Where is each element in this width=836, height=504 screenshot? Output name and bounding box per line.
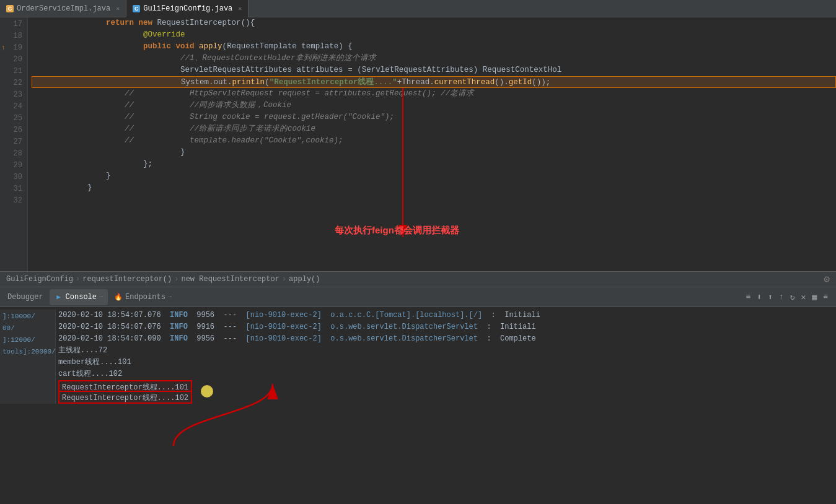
code-line-32 <box>32 194 836 206</box>
line-numbers: 17 18 19 20 21 22 23 24 25 26 27 28 29 3… <box>0 17 28 271</box>
bottom-panel: Debugger ▶ Console → 🔥 Endpoints → ≡ ⬇ ⬆… <box>0 287 836 406</box>
line-22: 22 <box>0 77 22 89</box>
timestamp-2: 2020-02-10 18:54:07.076 <box>58 323 161 331</box>
code-line-31: } <box>32 182 836 194</box>
level-2: INFO <box>170 323 188 331</box>
console-highlighted-1: RequestInterceptor线程....101 <box>58 380 192 392</box>
sidebar-entry-4: tools]:20000/ <box>2 346 53 358</box>
sidebar-entry-2: 00/ <box>2 323 53 334</box>
colon-3: : <box>486 334 491 343</box>
pid-1: 9956 <box>196 311 214 319</box>
tab-endpoints[interactable]: 🔥 Endpoints → <box>109 289 177 305</box>
breadcrumb-part-2: requestInterceptor() <box>82 275 172 284</box>
code-line-27: // template.header("Cookie",cookie); <box>32 135 836 147</box>
console-log-3: 2020-02-10 18:54:07.090 INFO 9956 --- [n… <box>58 333 836 345</box>
thread-3: [nio-9010-exec-2] <box>246 334 322 343</box>
toolbar-filter-icon[interactable]: ≡ <box>821 291 830 303</box>
toolbar-up-icon[interactable]: ⬆ <box>766 291 775 303</box>
console-log-2: 2020-02-10 18:54:07.076 INFO 9916 --- [n… <box>58 321 836 333</box>
toolbar-grid-icon[interactable]: ▦ <box>810 291 819 303</box>
console-extra-1: 主线程....72 <box>58 345 836 357</box>
line-18: 18 <box>0 30 22 42</box>
highlighted-line-1: RequestInterceptor线程....101 <box>62 383 188 392</box>
sidebar-entry-1: ]:10000/ <box>2 311 53 323</box>
line-26: 26 <box>0 124 22 136</box>
code-line-30: } <box>32 170 836 182</box>
line-29: 29 <box>0 160 22 172</box>
breadcrumb-sep-2: › <box>174 275 178 284</box>
code-line-22: System.out.println("RequestInterceptor线程… <box>32 76 836 88</box>
line-30: 30 <box>0 172 22 183</box>
tab-bar: C OrderServiceImpl.java ✕ C GuliFeignCon… <box>0 0 836 17</box>
line-20: 20 <box>0 54 22 66</box>
dash-1: --- <box>223 311 237 319</box>
code-line-23: // HttpServletRequest request = attribut… <box>32 88 836 100</box>
breadcrumb-sep-3: › <box>282 275 286 284</box>
tab-close-guli[interactable]: ✕ <box>238 5 242 12</box>
sidebar-entry-3: ]:12000/ <box>2 334 53 346</box>
endpoints-icon: 🔥 <box>114 293 123 302</box>
line-28: 28 <box>0 148 22 160</box>
thread-1: [nio-9010-exec-2] <box>246 311 322 319</box>
toolbar-down-icon[interactable]: ⬇ <box>755 291 763 303</box>
dash-2: --- <box>223 323 237 331</box>
colon-1: : <box>491 311 496 319</box>
console-arrow: → <box>99 293 103 300</box>
dash-3: --- <box>223 334 237 343</box>
code-line-26: // //给新请求同步了老请求的cookie <box>32 123 836 135</box>
tab-guli[interactable]: C GuliFeignConfig.java ✕ <box>126 0 249 17</box>
msg-3: Complete <box>500 334 536 343</box>
code-line-18: @Override <box>32 29 836 41</box>
line-17: 17 <box>0 19 22 30</box>
tab-close-order[interactable]: ✕ <box>116 5 120 12</box>
code-line-24: // //同步请求头数据，Cookie <box>32 100 836 111</box>
tab-label-order: OrderServiceImpl.java <box>17 4 110 13</box>
timestamp-1: 2020-02-10 18:54:07.076 <box>58 311 161 319</box>
line-23: 23 <box>0 89 22 101</box>
console-extra-3: cart线程....102 <box>58 368 836 380</box>
breadcrumb-part-1: GuliFeignConfig <box>6 275 73 284</box>
code-line-17: return new RequestInterceptor(){ <box>32 17 836 29</box>
line-25: 25 <box>0 113 22 124</box>
timestamp-3: 2020-02-10 18:54:07.090 <box>58 334 161 343</box>
console-toolbar: ≡ ⬇ ⬆ ↑ ↻ ✕ ▦ ≡ <box>744 291 834 303</box>
tab-icon-guli: C <box>133 5 140 12</box>
code-line-25: // String cookie = request.getHeader("Co… <box>32 111 836 123</box>
level-3: INFO <box>170 334 188 343</box>
thread-2: [nio-9010-exec-2] <box>246 323 322 331</box>
tab-console[interactable]: ▶ Console → <box>50 289 108 305</box>
class-2: o.s.web.servlet.DispatcherServlet <box>330 323 478 331</box>
toolbar-menu-icon[interactable]: ≡ <box>744 291 752 303</box>
code-line-28: } <box>32 147 836 159</box>
breadcrumb-sep-1: › <box>76 275 80 284</box>
settings-gear-icon[interactable]: ⚙ <box>824 273 830 285</box>
colon-2: : <box>486 323 491 331</box>
highlighted-line-2: RequestInterceptor线程....102 <box>62 394 188 402</box>
code-line-21: ServletRequestAttributes attributes = (S… <box>32 64 836 76</box>
msg-2: Initiali <box>500 323 536 331</box>
line-19: 19 <box>0 42 22 54</box>
toolbar-top-icon[interactable]: ↑ <box>777 291 786 303</box>
console-log-1: 2020-02-10 18:54:07.076 INFO 9956 --- [n… <box>58 310 836 321</box>
console-sidebar: ]:10000/ 00/ ]:12000/ tools]:20000/ <box>0 310 56 404</box>
line-21: 21 <box>0 66 22 77</box>
line-32: 32 <box>0 195 22 207</box>
line-24: 24 <box>0 101 22 113</box>
yellow-dot <box>201 385 213 398</box>
console-lines-container: 2020-02-10 18:54:07.076 INFO 9956 --- [n… <box>56 310 836 404</box>
pid-2: 9916 <box>196 323 214 331</box>
console-icon: ▶ <box>55 293 63 302</box>
tab-debugger[interactable]: Debugger <box>2 289 48 305</box>
toolbar-close-icon[interactable]: ✕ <box>799 291 808 303</box>
breadcrumb-part-3: new RequestInterceptor <box>181 275 279 284</box>
msg-1: Initiali <box>504 311 540 319</box>
toolbar-refresh-icon[interactable]: ↻ <box>788 291 797 303</box>
tab-console-label: Console <box>66 293 97 302</box>
console-highlighted-2: RequestInterceptor线程....102 <box>58 392 192 404</box>
tab-order[interactable]: C OrderServiceImpl.java ✕ <box>0 0 126 17</box>
breadcrumb-part-4: apply() <box>289 275 320 284</box>
code-line-20: //1、RequestContextHolder拿到刚进来的这个请求 <box>32 53 836 64</box>
console-output-area: ]:10000/ 00/ ]:12000/ tools]:20000/ 2020… <box>0 307 836 406</box>
level-1: INFO <box>170 311 188 319</box>
code-editor: 17 18 19 20 21 22 23 24 25 26 27 28 29 3… <box>0 17 836 271</box>
